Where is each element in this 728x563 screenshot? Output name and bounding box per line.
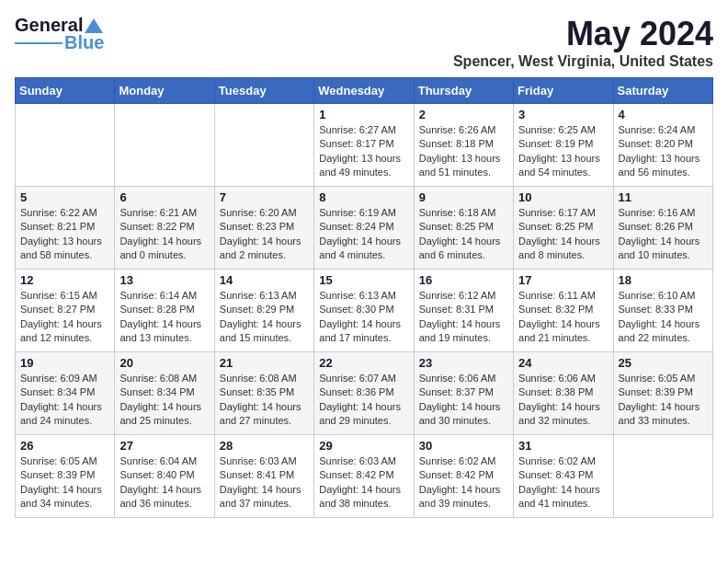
day-number: 16 bbox=[419, 273, 508, 287]
calendar-header-row: SundayMondayTuesdayWednesdayThursdayFrid… bbox=[16, 78, 713, 104]
day-info: Sunrise: 6:16 AM Sunset: 8:26 PM Dayligh… bbox=[619, 206, 708, 263]
day-number: 22 bbox=[319, 356, 408, 370]
day-number: 14 bbox=[220, 273, 309, 287]
day-number: 31 bbox=[518, 439, 608, 453]
calendar-cell: 3Sunrise: 6:25 AM Sunset: 8:19 PM Daylig… bbox=[514, 104, 613, 187]
day-info: Sunrise: 6:17 AM Sunset: 8:25 PM Dayligh… bbox=[518, 206, 608, 263]
calendar-cell: 8Sunrise: 6:19 AM Sunset: 8:24 PM Daylig… bbox=[314, 187, 414, 270]
day-info: Sunrise: 6:05 AM Sunset: 8:39 PM Dayligh… bbox=[20, 454, 109, 511]
day-info: Sunrise: 6:13 AM Sunset: 8:29 PM Dayligh… bbox=[220, 289, 309, 346]
day-info: Sunrise: 6:06 AM Sunset: 8:38 PM Dayligh… bbox=[518, 372, 608, 429]
day-info: Sunrise: 6:03 AM Sunset: 8:42 PM Dayligh… bbox=[319, 454, 408, 511]
calendar-week-row: 26Sunrise: 6:05 AM Sunset: 8:39 PM Dayli… bbox=[16, 435, 713, 518]
day-header-tuesday: Tuesday bbox=[214, 78, 313, 104]
page-header: General Blue May 2024 Spencer, West Virg… bbox=[15, 15, 713, 70]
day-number: 9 bbox=[419, 190, 508, 204]
day-info: Sunrise: 6:21 AM Sunset: 8:22 PM Dayligh… bbox=[119, 206, 209, 263]
calendar-cell: 20Sunrise: 6:08 AM Sunset: 8:34 PM Dayli… bbox=[115, 352, 214, 435]
day-number: 23 bbox=[419, 356, 508, 370]
day-header-sunday: Sunday bbox=[16, 78, 115, 104]
calendar-cell: 25Sunrise: 6:05 AM Sunset: 8:39 PM Dayli… bbox=[613, 352, 712, 435]
day-info: Sunrise: 6:02 AM Sunset: 8:43 PM Dayligh… bbox=[518, 454, 608, 511]
calendar-cell: 21Sunrise: 6:08 AM Sunset: 8:35 PM Dayli… bbox=[214, 352, 313, 435]
calendar-cell: 31Sunrise: 6:02 AM Sunset: 8:43 PM Dayli… bbox=[514, 435, 613, 518]
day-header-monday: Monday bbox=[115, 78, 214, 104]
day-number: 7 bbox=[220, 190, 309, 204]
day-info: Sunrise: 6:10 AM Sunset: 8:33 PM Dayligh… bbox=[619, 289, 708, 346]
day-number: 2 bbox=[419, 108, 508, 121]
day-number: 5 bbox=[20, 190, 109, 204]
calendar-cell: 7Sunrise: 6:20 AM Sunset: 8:23 PM Daylig… bbox=[214, 187, 313, 270]
day-number: 25 bbox=[619, 356, 708, 370]
logo: General Blue bbox=[15, 15, 104, 53]
svg-marker-0 bbox=[85, 18, 103, 33]
day-info: Sunrise: 6:07 AM Sunset: 8:36 PM Dayligh… bbox=[319, 372, 408, 429]
day-number: 28 bbox=[220, 439, 309, 453]
day-number: 26 bbox=[20, 439, 109, 453]
month-title: May 2024 bbox=[453, 15, 713, 53]
calendar-cell: 30Sunrise: 6:02 AM Sunset: 8:42 PM Dayli… bbox=[414, 435, 513, 518]
calendar-cell: 18Sunrise: 6:10 AM Sunset: 8:33 PM Dayli… bbox=[613, 270, 712, 352]
calendar-cell: 28Sunrise: 6:03 AM Sunset: 8:41 PM Dayli… bbox=[214, 435, 313, 518]
calendar-cell bbox=[115, 104, 214, 187]
calendar-cell: 23Sunrise: 6:06 AM Sunset: 8:37 PM Dayli… bbox=[414, 352, 513, 435]
calendar-cell: 10Sunrise: 6:17 AM Sunset: 8:25 PM Dayli… bbox=[514, 187, 613, 270]
day-info: Sunrise: 6:19 AM Sunset: 8:24 PM Dayligh… bbox=[319, 206, 408, 263]
day-info: Sunrise: 6:02 AM Sunset: 8:42 PM Dayligh… bbox=[419, 454, 508, 511]
day-info: Sunrise: 6:22 AM Sunset: 8:21 PM Dayligh… bbox=[20, 206, 109, 263]
day-info: Sunrise: 6:15 AM Sunset: 8:27 PM Dayligh… bbox=[20, 289, 109, 346]
day-info: Sunrise: 6:26 AM Sunset: 8:18 PM Dayligh… bbox=[419, 123, 508, 180]
calendar-week-row: 19Sunrise: 6:09 AM Sunset: 8:34 PM Dayli… bbox=[16, 352, 713, 435]
calendar-table: SundayMondayTuesdayWednesdayThursdayFrid… bbox=[15, 77, 713, 518]
calendar-cell: 17Sunrise: 6:11 AM Sunset: 8:32 PM Dayli… bbox=[514, 270, 613, 352]
calendar-cell bbox=[214, 104, 313, 187]
calendar-cell: 12Sunrise: 6:15 AM Sunset: 8:27 PM Dayli… bbox=[16, 270, 115, 352]
day-number: 11 bbox=[619, 190, 708, 204]
day-info: Sunrise: 6:08 AM Sunset: 8:34 PM Dayligh… bbox=[119, 372, 209, 429]
calendar-cell: 2Sunrise: 6:26 AM Sunset: 8:18 PM Daylig… bbox=[414, 104, 513, 187]
calendar-cell: 11Sunrise: 6:16 AM Sunset: 8:26 PM Dayli… bbox=[613, 187, 712, 270]
day-number: 1 bbox=[319, 108, 408, 121]
title-section: May 2024 Spencer, West Virginia, United … bbox=[453, 15, 713, 70]
day-number: 20 bbox=[119, 356, 209, 370]
day-info: Sunrise: 6:09 AM Sunset: 8:34 PM Dayligh… bbox=[20, 372, 109, 429]
day-info: Sunrise: 6:04 AM Sunset: 8:40 PM Dayligh… bbox=[119, 454, 209, 511]
calendar-cell: 1Sunrise: 6:27 AM Sunset: 8:17 PM Daylig… bbox=[314, 104, 414, 187]
day-number: 18 bbox=[619, 273, 708, 287]
day-info: Sunrise: 6:05 AM Sunset: 8:39 PM Dayligh… bbox=[619, 372, 708, 429]
day-number: 27 bbox=[119, 439, 209, 453]
calendar-cell: 9Sunrise: 6:18 AM Sunset: 8:25 PM Daylig… bbox=[414, 187, 513, 270]
location: Spencer, West Virginia, United States bbox=[453, 53, 713, 70]
calendar-cell: 29Sunrise: 6:03 AM Sunset: 8:42 PM Dayli… bbox=[314, 435, 414, 518]
day-info: Sunrise: 6:08 AM Sunset: 8:35 PM Dayligh… bbox=[220, 372, 309, 429]
calendar-cell: 15Sunrise: 6:13 AM Sunset: 8:30 PM Dayli… bbox=[314, 270, 414, 352]
day-number: 30 bbox=[419, 439, 508, 453]
calendar-cell: 14Sunrise: 6:13 AM Sunset: 8:29 PM Dayli… bbox=[214, 270, 313, 352]
calendar-cell bbox=[16, 104, 115, 187]
day-info: Sunrise: 6:06 AM Sunset: 8:37 PM Dayligh… bbox=[419, 372, 508, 429]
calendar-cell: 19Sunrise: 6:09 AM Sunset: 8:34 PM Dayli… bbox=[16, 352, 115, 435]
day-header-friday: Friday bbox=[514, 78, 613, 104]
calendar-week-row: 1Sunrise: 6:27 AM Sunset: 8:17 PM Daylig… bbox=[16, 104, 713, 187]
day-number: 13 bbox=[119, 273, 209, 287]
calendar-cell: 5Sunrise: 6:22 AM Sunset: 8:21 PM Daylig… bbox=[16, 187, 115, 270]
day-number: 12 bbox=[20, 273, 109, 287]
day-info: Sunrise: 6:03 AM Sunset: 8:41 PM Dayligh… bbox=[220, 454, 309, 511]
calendar-cell: 22Sunrise: 6:07 AM Sunset: 8:36 PM Dayli… bbox=[314, 352, 414, 435]
calendar-cell: 24Sunrise: 6:06 AM Sunset: 8:38 PM Dayli… bbox=[514, 352, 613, 435]
day-number: 15 bbox=[319, 273, 408, 287]
day-info: Sunrise: 6:20 AM Sunset: 8:23 PM Dayligh… bbox=[220, 206, 309, 263]
calendar-cell bbox=[613, 435, 712, 518]
calendar-cell: 26Sunrise: 6:05 AM Sunset: 8:39 PM Dayli… bbox=[16, 435, 115, 518]
day-number: 29 bbox=[319, 439, 408, 453]
day-info: Sunrise: 6:13 AM Sunset: 8:30 PM Dayligh… bbox=[319, 289, 408, 346]
day-number: 10 bbox=[518, 190, 608, 204]
calendar-cell: 13Sunrise: 6:14 AM Sunset: 8:28 PM Dayli… bbox=[115, 270, 214, 352]
day-header-wednesday: Wednesday bbox=[314, 78, 414, 104]
day-number: 3 bbox=[518, 108, 608, 121]
day-info: Sunrise: 6:12 AM Sunset: 8:31 PM Dayligh… bbox=[419, 289, 508, 346]
calendar-cell: 16Sunrise: 6:12 AM Sunset: 8:31 PM Dayli… bbox=[414, 270, 513, 352]
calendar-week-row: 12Sunrise: 6:15 AM Sunset: 8:27 PM Dayli… bbox=[16, 270, 713, 352]
day-info: Sunrise: 6:14 AM Sunset: 8:28 PM Dayligh… bbox=[119, 289, 209, 346]
day-info: Sunrise: 6:25 AM Sunset: 8:19 PM Dayligh… bbox=[518, 123, 608, 180]
